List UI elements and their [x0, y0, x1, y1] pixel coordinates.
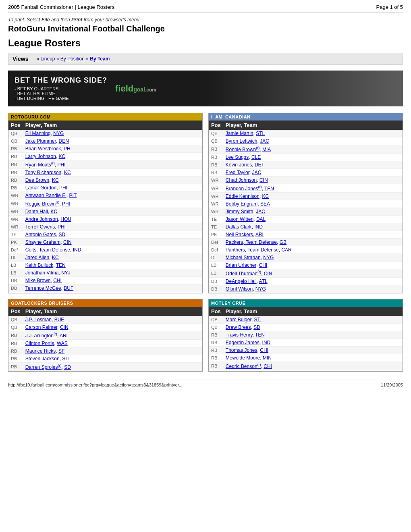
player-link[interactable]: Panthers, Team Defense: [226, 247, 279, 253]
player-link[interactable]: Andre Johnson: [25, 216, 58, 222]
team-link[interactable]: MIA: [262, 147, 271, 152]
player-link[interactable]: Terrence McGee: [25, 285, 61, 291]
team-link[interactable]: GB: [280, 239, 286, 245]
team-link[interactable]: WAS: [57, 341, 68, 346]
player-link[interactable]: Gibril Wilson: [226, 286, 253, 292]
team-link[interactable]: TEN: [264, 186, 274, 191]
player-link[interactable]: Jake Plummer: [25, 138, 56, 144]
team-link[interactable]: PHI: [58, 224, 66, 230]
team-link[interactable]: ATL: [259, 278, 268, 284]
team-link[interactable]: PHI: [58, 162, 66, 168]
team-link[interactable]: STL: [62, 356, 71, 362]
player-link[interactable]: Darren Sproles(r): [25, 364, 62, 370]
player-link[interactable]: Brian Urlacher: [226, 262, 256, 268]
player-link[interactable]: Travis Henry: [226, 332, 253, 338]
player-link[interactable]: Dante Hall: [25, 209, 48, 214]
team-link[interactable]: SEA: [260, 201, 270, 207]
player-link[interactable]: Carson Palmer: [25, 324, 57, 330]
team-link[interactable]: PIT: [69, 193, 77, 198]
player-link[interactable]: Eddie Kennison: [226, 193, 259, 199]
team-link[interactable]: CHI: [259, 262, 268, 268]
player-link[interactable]: Dallas Clark: [226, 224, 252, 230]
team-link[interactable]: HOU: [60, 216, 71, 222]
player-link[interactable]: Lee Suggs: [226, 154, 249, 160]
team-link[interactable]: KC: [52, 255, 59, 260]
player-link[interactable]: Jason Witten: [226, 216, 253, 222]
team-link[interactable]: KC: [262, 193, 269, 199]
team-link[interactable]: CHI: [53, 278, 62, 283]
team-link[interactable]: PHI: [64, 146, 72, 152]
team-link[interactable]: JAC: [252, 170, 262, 175]
player-link[interactable]: Thomas Jones: [226, 347, 257, 353]
player-link[interactable]: Fred Taylor: [226, 170, 249, 175]
player-link[interactable]: Steven Jackson: [25, 356, 60, 362]
player-link[interactable]: Ryan Moats(r): [25, 162, 55, 168]
player-link[interactable]: Shayne Graham: [25, 239, 60, 245]
team-link[interactable]: NYJ: [61, 270, 71, 276]
player-link[interactable]: Bobby Engram: [226, 201, 257, 207]
team-link[interactable]: PHI: [62, 201, 70, 207]
player-link[interactable]: Drew Brees: [226, 324, 251, 330]
team-link[interactable]: DAL: [256, 216, 266, 222]
team-link[interactable]: CIN: [60, 324, 68, 330]
team-link[interactable]: STL: [254, 317, 263, 322]
player-link[interactable]: Antwaan Randle El: [25, 193, 66, 198]
player-link[interactable]: J.P. Losman: [25, 317, 52, 322]
team-link[interactable]: JAC: [260, 138, 269, 144]
player-link[interactable]: Maurice Hicks: [25, 348, 56, 354]
team-link[interactable]: DET: [255, 162, 264, 168]
player-link[interactable]: Jimmy Smith: [226, 209, 253, 214]
player-link[interactable]: Jared Allen: [25, 255, 49, 260]
team-link[interactable]: IND: [73, 247, 81, 253]
team-link[interactable]: CLE: [251, 154, 261, 160]
player-link[interactable]: DeAngelo Hall: [226, 278, 257, 284]
team-link[interactable]: KC: [51, 209, 58, 214]
player-link[interactable]: J.J. Arrington(r): [25, 333, 57, 339]
player-link[interactable]: Lamar Gordon: [25, 185, 56, 191]
player-link[interactable]: Antonio Gates: [25, 232, 56, 237]
team-link[interactable]: SD: [253, 324, 260, 330]
team-link[interactable]: ARI: [60, 333, 68, 339]
team-link[interactable]: KC: [52, 177, 59, 183]
team-link[interactable]: CHI: [260, 347, 268, 353]
player-link[interactable]: Reggie Brown(r): [25, 201, 59, 207]
by-team-link[interactable]: By Team: [90, 56, 110, 62]
player-link[interactable]: Mike Brown: [25, 278, 51, 283]
player-link[interactable]: Chad Johnson: [226, 177, 257, 183]
team-link[interactable]: TEN: [56, 262, 66, 268]
player-link[interactable]: Byron Leftwich: [226, 138, 257, 144]
team-link[interactable]: CIN: [63, 239, 72, 245]
team-link[interactable]: CAR: [281, 247, 291, 253]
team-link[interactable]: NYG: [263, 255, 274, 260]
player-link[interactable]: Clinton Portis: [25, 341, 54, 346]
player-link[interactable]: Packers, Team Defense: [226, 239, 277, 245]
player-link[interactable]: Colts, Team Defense: [25, 247, 70, 253]
team-link[interactable]: CIN: [264, 271, 272, 276]
team-link[interactable]: BUF: [64, 285, 73, 291]
team-link[interactable]: STL: [256, 131, 265, 136]
team-link[interactable]: ARI: [255, 232, 264, 237]
player-link[interactable]: Neil Rackers: [226, 232, 253, 237]
player-link[interactable]: Mewelde Moore: [226, 355, 260, 361]
team-link[interactable]: IND: [262, 340, 271, 345]
player-link[interactable]: Larry Johnson: [25, 154, 56, 159]
team-link[interactable]: JAC: [256, 209, 265, 214]
by-position-link[interactable]: By Position: [60, 56, 85, 62]
team-link[interactable]: KC: [59, 154, 66, 159]
team-link[interactable]: NYG: [53, 131, 64, 136]
team-link[interactable]: TEN: [255, 332, 265, 338]
player-link[interactable]: Jonathan Vilma: [25, 270, 59, 276]
team-link[interactable]: SF: [58, 348, 64, 354]
team-link[interactable]: PHI: [59, 185, 67, 191]
team-link[interactable]: SD: [64, 364, 71, 370]
player-link[interactable]: Marc Bulger: [226, 317, 251, 322]
player-link[interactable]: Tony Richardson: [25, 170, 61, 175]
player-link[interactable]: Dee Brown: [25, 177, 49, 183]
team-link[interactable]: NYG: [255, 286, 266, 292]
player-link[interactable]: Michael Strahan: [226, 255, 261, 260]
player-link[interactable]: Odell Thurman(r): [226, 271, 261, 276]
player-link[interactable]: Brian Westbrook: [25, 146, 61, 152]
player-link[interactable]: Keith Bulluck: [25, 262, 53, 268]
team-link[interactable]: CHI: [264, 364, 272, 369]
team-link[interactable]: CIN: [259, 177, 268, 183]
